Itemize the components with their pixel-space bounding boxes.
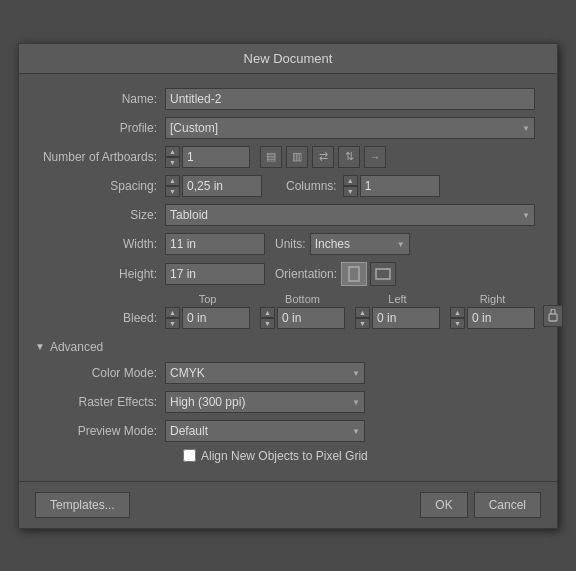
bleed-right-label: Right xyxy=(480,293,506,305)
new-document-dialog: New Document Name: Profile: [Custom] Pri… xyxy=(18,43,558,529)
spacing-row: Spacing: ▲ ▼ Columns: ▲ ▼ xyxy=(35,175,541,197)
portrait-icon xyxy=(347,266,361,282)
orientation-group xyxy=(341,262,396,286)
width-row: Width: Units: Inches Millimeters Centime… xyxy=(35,233,541,255)
svg-rect-0 xyxy=(349,267,359,281)
raster-label: Raster Effects: xyxy=(35,395,165,409)
align-checkbox-label[interactable]: Align New Objects to Pixel Grid xyxy=(201,449,368,463)
color-mode-select-wrapper: CMYK RGB xyxy=(165,362,365,384)
bleed-bottom-down[interactable]: ▼ xyxy=(260,318,275,329)
columns-input[interactable] xyxy=(360,175,440,197)
bleed-top-down[interactable]: ▼ xyxy=(165,318,180,329)
bleed-left-down[interactable]: ▼ xyxy=(355,318,370,329)
preview-label: Preview Mode: xyxy=(35,424,165,438)
size-label: Size: xyxy=(35,208,165,222)
size-select[interactable]: Tabloid Letter Legal A4 xyxy=(165,204,535,226)
bleed-top-up[interactable]: ▲ xyxy=(165,307,180,318)
columns-spinbox: ▲ ▼ xyxy=(343,175,440,197)
size-select-wrapper: Tabloid Letter Legal A4 xyxy=(165,204,535,226)
profile-row: Profile: [Custom] Print Web xyxy=(35,117,541,139)
profile-label: Profile: xyxy=(35,121,165,135)
size-row: Size: Tabloid Letter Legal A4 xyxy=(35,204,541,226)
color-mode-select[interactable]: CMYK RGB xyxy=(165,362,365,384)
layout-up-icon[interactable]: ⇅ xyxy=(338,146,360,168)
align-checkbox[interactable] xyxy=(183,449,196,462)
artboards-row: Number of Artboards: ▲ ▼ ▤ ▥ ⇄ ⇅ → xyxy=(35,146,541,168)
spacing-input[interactable] xyxy=(182,175,262,197)
preview-select[interactable]: Default Pixel Overprint xyxy=(165,420,365,442)
spacing-label: Spacing: xyxy=(35,179,165,193)
templates-button[interactable]: Templates... xyxy=(35,492,130,518)
bleed-bottom-up[interactable]: ▲ xyxy=(260,307,275,318)
height-row: Height: Orientation: xyxy=(35,262,541,286)
raster-select-wrapper: High (300 ppi) Medium (150 ppi) Screen (… xyxy=(165,391,365,413)
profile-select-wrapper: [Custom] Print Web xyxy=(165,117,535,139)
landscape-icon xyxy=(375,267,391,281)
bleed-link-button[interactable] xyxy=(543,305,563,327)
bleed-left-input[interactable] xyxy=(372,307,440,329)
grid-row-icon[interactable]: ▤ xyxy=(260,146,282,168)
spacing-spin-down[interactable]: ▼ xyxy=(165,186,180,197)
cancel-button[interactable]: Cancel xyxy=(474,492,541,518)
columns-label: Columns: xyxy=(286,179,337,193)
width-label: Width: xyxy=(35,237,165,251)
button-row: Templates... OK Cancel xyxy=(19,481,557,528)
units-select[interactable]: Inches Millimeters Centimeters Points Pi… xyxy=(310,233,410,255)
layout-arrow-icon[interactable]: → xyxy=(364,146,386,168)
bleed-row: Bleed: Top ▲ ▼ Bottom xyxy=(35,293,541,333)
height-label: Height: xyxy=(35,267,165,281)
link-icon xyxy=(547,309,559,323)
raster-select[interactable]: High (300 ppi) Medium (150 ppi) Screen (… xyxy=(165,391,365,413)
advanced-arrow-icon: ▼ xyxy=(35,341,45,352)
landscape-button[interactable] xyxy=(370,262,396,286)
name-label: Name: xyxy=(35,92,165,106)
bleed-right-input[interactable] xyxy=(467,307,535,329)
advanced-label: Advanced xyxy=(50,340,103,354)
width-input[interactable] xyxy=(165,233,265,255)
bleed-left-label: Left xyxy=(388,293,406,305)
profile-select[interactable]: [Custom] Print Web xyxy=(165,117,535,139)
align-checkbox-row: Align New Objects to Pixel Grid xyxy=(183,449,541,463)
name-input[interactable] xyxy=(165,88,535,110)
artboards-spinbox: ▲ ▼ xyxy=(165,146,250,168)
bleed-bottom-label: Bottom xyxy=(285,293,320,305)
artboards-label: Number of Artboards: xyxy=(35,150,165,164)
preview-row: Preview Mode: Default Pixel Overprint xyxy=(35,420,541,442)
advanced-header[interactable]: ▼ Advanced xyxy=(35,340,541,354)
advanced-section: ▼ Advanced Color Mode: CMYK RGB Raster E… xyxy=(35,340,541,463)
bleed-top-label: Top xyxy=(199,293,217,305)
svg-rect-2 xyxy=(549,314,557,321)
columns-spin-up[interactable]: ▲ xyxy=(343,175,358,186)
units-select-wrapper: Inches Millimeters Centimeters Points Pi… xyxy=(310,233,410,255)
svg-rect-1 xyxy=(376,269,390,279)
spacing-spinbox: ▲ ▼ xyxy=(165,175,262,197)
height-input[interactable] xyxy=(165,263,265,285)
dialog-title: New Document xyxy=(19,44,557,74)
columns-spin-down[interactable]: ▼ xyxy=(343,186,358,197)
artboards-input[interactable] xyxy=(182,146,250,168)
layout-right-icon[interactable]: ⇄ xyxy=(312,146,334,168)
grid-col-icon[interactable]: ▥ xyxy=(286,146,308,168)
raster-row: Raster Effects: High (300 ppi) Medium (1… xyxy=(35,391,541,413)
bleed-bottom-input[interactable] xyxy=(277,307,345,329)
ok-button[interactable]: OK xyxy=(420,492,467,518)
portrait-button[interactable] xyxy=(341,262,367,286)
spacing-spin-up[interactable]: ▲ xyxy=(165,175,180,186)
name-row: Name: xyxy=(35,88,541,110)
bleed-label: Bleed: xyxy=(35,293,165,325)
orientation-label: Orientation: xyxy=(275,267,337,281)
bleed-top-input[interactable] xyxy=(182,307,250,329)
color-mode-row: Color Mode: CMYK RGB xyxy=(35,362,541,384)
units-label: Units: xyxy=(275,237,306,251)
bleed-right-down[interactable]: ▼ xyxy=(450,318,465,329)
color-mode-label: Color Mode: xyxy=(35,366,165,380)
bleed-left-up[interactable]: ▲ xyxy=(355,307,370,318)
preview-select-wrapper: Default Pixel Overprint xyxy=(165,420,365,442)
artboards-spin-up[interactable]: ▲ xyxy=(165,146,180,157)
bleed-right-up[interactable]: ▲ xyxy=(450,307,465,318)
artboards-spin-down[interactable]: ▼ xyxy=(165,157,180,168)
